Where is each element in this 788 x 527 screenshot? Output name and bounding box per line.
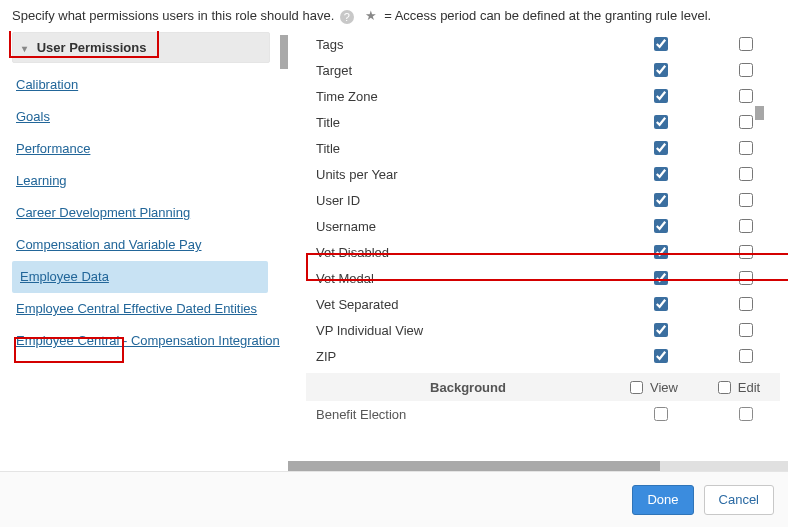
permission-edit-checkbox[interactable] — [739, 219, 753, 233]
sidebar-scrollbar[interactable] — [280, 35, 288, 69]
permission-name: Vet Separated — [316, 297, 610, 312]
permission-row: Time Zone — [288, 83, 788, 109]
permission-edit-checkbox[interactable] — [739, 407, 753, 421]
sidebar-link[interactable]: Goals — [16, 109, 50, 124]
intro-text: Specify what permissions users in this r… — [12, 8, 334, 23]
permission-name: Vet Disabled — [316, 245, 610, 260]
permission-row: Username — [288, 213, 788, 239]
sidebar-link[interactable]: Calibration — [16, 77, 78, 92]
permission-edit-checkbox[interactable] — [739, 297, 753, 311]
permission-edit-checkbox[interactable] — [739, 37, 753, 51]
permission-name: User ID — [316, 193, 610, 208]
permission-edit-checkbox[interactable] — [739, 115, 753, 129]
done-button[interactable]: Done — [632, 485, 693, 515]
permission-view-checkbox[interactable] — [654, 141, 668, 155]
sidebar-item[interactable]: Performance — [12, 133, 280, 165]
permission-view-checkbox[interactable] — [654, 297, 668, 311]
sidebar-link[interactable]: Employee Central Effective Dated Entitie… — [16, 301, 257, 316]
sidebar-link[interactable]: Employee Data — [20, 269, 109, 284]
permission-edit-checkbox[interactable] — [739, 63, 753, 77]
sidebar-item[interactable]: Employee Data — [12, 261, 268, 293]
sidebar-item[interactable]: Career Development Planning — [12, 197, 280, 229]
group-view-checkbox[interactable] — [630, 381, 643, 394]
content-scrollbar-thumb[interactable] — [288, 461, 660, 471]
group-title: Background — [334, 380, 602, 395]
cancel-button[interactable]: Cancel — [704, 485, 774, 515]
permission-row: Units per Year — [288, 161, 788, 187]
group-edit-checkbox[interactable] — [718, 381, 731, 394]
sidebar-link[interactable]: Performance — [16, 141, 90, 156]
sidebar-link[interactable]: Learning — [16, 173, 67, 188]
permission-name: Time Zone — [316, 89, 610, 104]
permission-name: Target — [316, 63, 610, 78]
group-col-view[interactable]: View — [602, 378, 702, 397]
permission-view-checkbox[interactable] — [654, 193, 668, 207]
permission-name: Vet Medal — [316, 271, 610, 286]
permission-name: Benefit Election — [316, 407, 610, 422]
permission-name: Units per Year — [316, 167, 610, 182]
chevron-down-icon: ▾ — [22, 43, 27, 54]
permission-view-checkbox[interactable] — [654, 219, 668, 233]
permission-row: Tags — [288, 31, 788, 57]
permission-view-checkbox[interactable] — [654, 167, 668, 181]
permission-edit-checkbox[interactable] — [739, 323, 753, 337]
permission-edit-checkbox[interactable] — [739, 349, 753, 363]
permission-edit-checkbox[interactable] — [739, 193, 753, 207]
permission-row: User ID — [288, 187, 788, 213]
permission-name: ZIP — [316, 349, 610, 364]
group-col-edit[interactable]: Edit — [702, 378, 772, 397]
permission-view-checkbox[interactable] — [654, 89, 668, 103]
section-title: User Permissions — [37, 40, 147, 55]
permission-name: Username — [316, 219, 610, 234]
permission-row: Title — [288, 109, 788, 135]
star-icon: ★ — [365, 8, 377, 23]
permission-edit-checkbox[interactable] — [739, 141, 753, 155]
sidebar-link[interactable]: Career Development Planning — [16, 205, 190, 220]
permission-panel: TagsTargetTime ZoneTitleTitleUnits per Y… — [288, 31, 788, 471]
permission-row: VP Individual View — [288, 317, 788, 343]
permission-edit-checkbox[interactable] — [739, 245, 753, 259]
permission-name: Title — [316, 141, 610, 156]
permission-view-checkbox[interactable] — [654, 115, 668, 129]
sidebar-link[interactable]: Employee Central - Compensation Integrat… — [16, 333, 280, 348]
permission-row: Target — [288, 57, 788, 83]
permission-row: Vet Disabled — [288, 239, 788, 265]
permission-view-checkbox[interactable] — [654, 37, 668, 51]
sidebar-item[interactable]: Calibration — [12, 69, 280, 101]
permission-row: ZIP — [288, 343, 788, 369]
sidebar-item[interactable]: Learning — [12, 165, 280, 197]
grey-marker — [755, 106, 764, 120]
permission-view-checkbox[interactable] — [654, 63, 668, 77]
sidebar-item[interactable]: Employee Central Effective Dated Entitie… — [12, 293, 280, 325]
group-header-background: Background View Edit — [306, 373, 780, 401]
help-icon[interactable]: ? — [340, 10, 354, 24]
permission-edit-checkbox[interactable] — [739, 167, 753, 181]
note-text: = Access period can be defined at the gr… — [384, 8, 711, 23]
permission-view-checkbox[interactable] — [654, 349, 668, 363]
permission-edit-checkbox[interactable] — [739, 271, 753, 285]
sidebar: ▾ User Permissions CalibrationGoalsPerfo… — [0, 31, 288, 471]
permission-view-checkbox[interactable] — [654, 407, 668, 421]
permission-row: Vet Separated — [288, 291, 788, 317]
sidebar-item[interactable]: Compensation and Variable Pay — [12, 229, 280, 261]
sidebar-item[interactable]: Goals — [12, 101, 280, 133]
footer: Done Cancel — [0, 471, 788, 527]
permission-view-checkbox[interactable] — [654, 245, 668, 259]
permission-name: VP Individual View — [316, 323, 610, 338]
sidebar-item[interactable]: Employee Central - Compensation Integrat… — [12, 325, 280, 357]
page-instruction: Specify what permissions users in this r… — [0, 0, 788, 30]
permission-name: Tags — [316, 37, 610, 52]
permission-edit-checkbox[interactable] — [739, 89, 753, 103]
content-scrollbar-track[interactable] — [660, 461, 788, 471]
permission-row: Vet Medal — [288, 265, 788, 291]
permission-row: Title — [288, 135, 788, 161]
sidebar-section-header[interactable]: ▾ User Permissions — [12, 32, 270, 63]
permission-name: Title — [316, 115, 610, 130]
permission-row-partial: Benefit Election — [288, 401, 788, 427]
sidebar-link[interactable]: Compensation and Variable Pay — [16, 237, 202, 252]
permission-view-checkbox[interactable] — [654, 271, 668, 285]
permission-view-checkbox[interactable] — [654, 323, 668, 337]
